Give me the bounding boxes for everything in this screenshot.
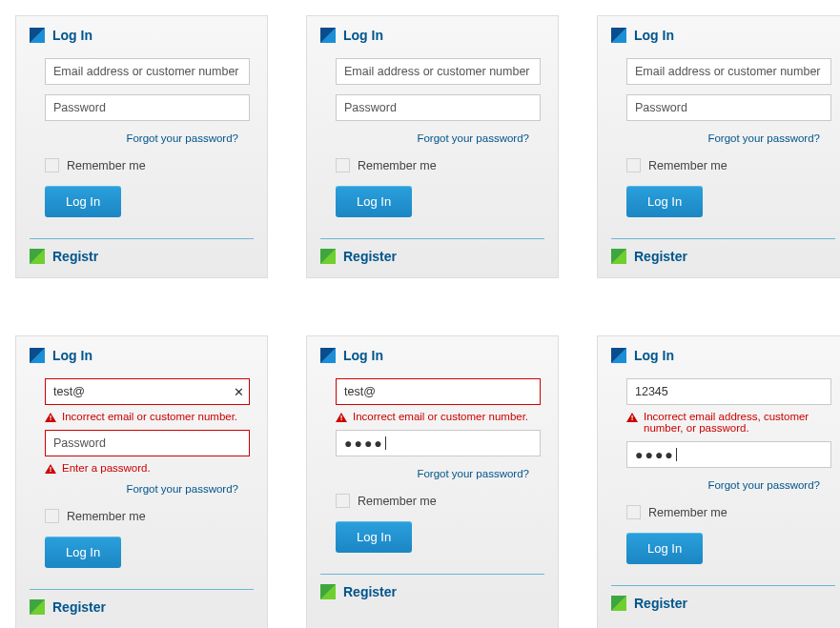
divider — [611, 238, 835, 239]
text-cursor — [676, 448, 677, 461]
email-field[interactable] — [336, 58, 541, 85]
login-title: Log In — [52, 348, 92, 363]
password-field[interactable] — [626, 94, 831, 121]
remember-checkbox[interactable] — [336, 494, 350, 508]
login-card-grid: Log In Forgot your password? Remember me… — [0, 0, 840, 628]
remember-me[interactable]: Remember me — [336, 494, 544, 508]
login-button[interactable]: Log In — [336, 521, 412, 553]
login-icon — [611, 348, 626, 363]
login-header: Log In — [320, 348, 544, 363]
login-title: Log In — [343, 28, 383, 43]
register-link[interactable]: Register — [343, 249, 397, 264]
password-field[interactable] — [45, 430, 250, 456]
register-row[interactable]: Register — [320, 249, 544, 264]
register-link[interactable]: Register — [343, 584, 397, 599]
remember-checkbox[interactable] — [45, 158, 59, 172]
login-card: Log In Incorrect email or customer numbe… — [306, 335, 559, 628]
login-icon — [320, 28, 336, 43]
register-link[interactable]: Register — [52, 599, 106, 615]
remember-checkbox[interactable] — [626, 158, 641, 172]
password-field[interactable] — [45, 94, 250, 121]
login-card: Log In Forgot your password? Remember me… — [15, 15, 268, 278]
login-icon — [30, 348, 45, 363]
divider — [30, 589, 254, 590]
register-icon — [611, 249, 626, 264]
login-header: Log In — [30, 348, 254, 363]
forgot-password-link[interactable]: Forgot your password? — [126, 132, 238, 144]
login-icon — [30, 28, 45, 43]
remember-checkbox[interactable] — [336, 158, 350, 172]
email-field[interactable] — [45, 58, 250, 85]
password-field[interactable] — [336, 94, 541, 121]
login-card: Log In Incorrect email address, customer… — [597, 335, 840, 628]
login-header: Log In — [30, 28, 254, 43]
register-row[interactable]: Register — [611, 596, 835, 611]
text-cursor — [385, 436, 386, 450]
register-row[interactable]: Register — [611, 249, 835, 264]
divider — [30, 238, 254, 239]
email-error: Incorrect email or customer number. — [45, 411, 250, 422]
divider — [320, 574, 544, 575]
warning-icon — [45, 413, 56, 422]
password-field[interactable]: ●●●● — [626, 441, 831, 468]
combo-error: Incorrect email address, customer number… — [626, 411, 831, 434]
register-icon — [611, 596, 626, 611]
email-error: Incorrect email or customer number. — [336, 411, 541, 422]
login-button[interactable]: Log In — [45, 537, 121, 568]
register-icon — [30, 249, 45, 264]
password-field[interactable]: ●●●● — [336, 430, 541, 456]
login-card: Log In Forgot your password? Remember me… — [306, 15, 559, 278]
forgot-password-link[interactable]: Forgot your password? — [707, 479, 820, 491]
login-header: Log In — [320, 28, 544, 43]
divider — [611, 585, 835, 586]
remember-checkbox[interactable] — [45, 509, 59, 523]
login-button[interactable]: Log In — [626, 533, 703, 564]
login-card: Log In Forgot your password? Remember me… — [597, 15, 840, 278]
warning-icon — [45, 464, 56, 474]
register-row[interactable]: Register — [30, 599, 254, 615]
login-title: Log In — [52, 28, 92, 43]
remember-me[interactable]: Remember me — [45, 158, 254, 172]
login-title: Log In — [634, 348, 674, 363]
email-field[interactable] — [626, 58, 831, 85]
warning-icon — [626, 413, 638, 422]
register-link[interactable]: Register — [634, 596, 687, 611]
remember-me[interactable]: Remember me — [336, 158, 544, 172]
register-icon — [30, 599, 45, 615]
login-title: Log In — [634, 28, 674, 43]
remember-me[interactable]: Remember me — [45, 509, 254, 523]
clear-input-icon[interactable]: ✕ — [234, 385, 244, 399]
forgot-password-link[interactable]: Forgot your password? — [126, 483, 238, 495]
login-icon — [320, 348, 336, 363]
login-header: Log In — [611, 348, 835, 363]
email-field[interactable] — [45, 378, 250, 405]
remember-checkbox[interactable] — [626, 505, 641, 519]
remember-me[interactable]: Remember me — [626, 158, 835, 172]
register-link[interactable]: Register — [634, 249, 687, 264]
forgot-password-link[interactable]: Forgot your password? — [417, 468, 529, 479]
warning-icon — [336, 413, 347, 422]
register-link[interactable]: Registr — [52, 249, 98, 264]
login-header: Log In — [611, 28, 835, 43]
login-title: Log In — [343, 348, 383, 363]
login-button[interactable]: Log In — [626, 186, 703, 217]
password-error: Enter a password. — [45, 462, 250, 474]
register-row[interactable]: Registr — [30, 249, 254, 264]
login-button[interactable]: Log In — [336, 186, 412, 217]
register-row[interactable]: Register — [320, 584, 544, 599]
remember-label: Remember me — [67, 159, 146, 172]
email-field[interactable] — [626, 378, 831, 405]
remember-me[interactable]: Remember me — [626, 505, 835, 519]
remember-label: Remember me — [648, 506, 727, 519]
login-card: Log In ✕ Incorrect email or customer num… — [15, 335, 268, 628]
remember-label: Remember me — [648, 159, 727, 172]
forgot-password-link[interactable]: Forgot your password? — [417, 132, 529, 144]
email-field[interactable] — [336, 378, 541, 405]
login-button[interactable]: Log In — [45, 186, 121, 217]
divider — [320, 238, 544, 239]
login-icon — [611, 28, 626, 43]
register-icon — [320, 584, 336, 599]
forgot-password-link[interactable]: Forgot your password? — [707, 132, 820, 144]
remember-label: Remember me — [67, 510, 146, 523]
remember-label: Remember me — [358, 159, 437, 172]
